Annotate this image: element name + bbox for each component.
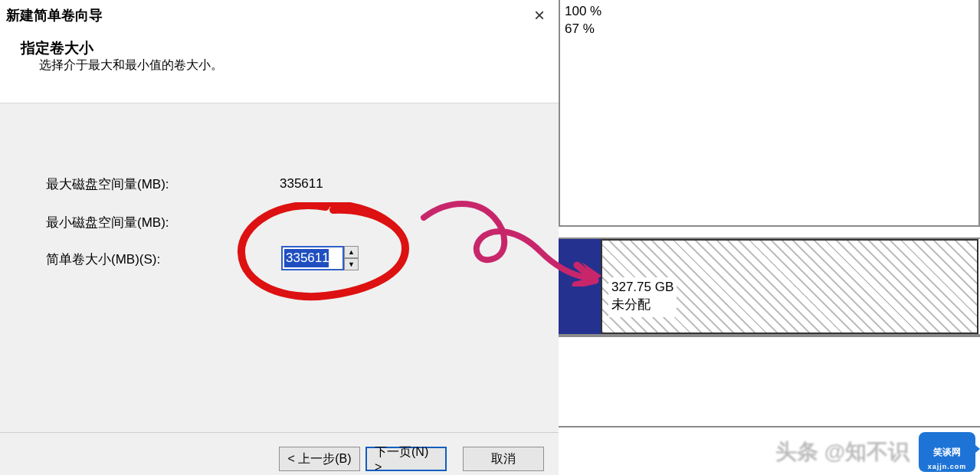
watermark-text: 头条 @知不识 — [775, 437, 910, 467]
disk-partition-label: 327.75 GB 未分配 — [608, 277, 677, 317]
wizard-header: 新建简单卷向导 × 指定卷大小 选择介于最大和最小值的卷大小。 — [0, 0, 559, 103]
next-button-label: 下一页(N) > — [375, 444, 438, 474]
disk-management-lower-row — [559, 336, 980, 428]
spin-down-button[interactable]: ▼ — [344, 258, 359, 270]
back-button-label: < 上一步(B) — [287, 451, 351, 467]
disk-management-panel: 100 % 67 % 327.75 GB 未分配 — [559, 0, 980, 475]
chevron-down-icon: ▼ — [348, 261, 355, 268]
partition-status: 未分配 — [611, 296, 674, 314]
wizard-subtitle: 指定卷大小 — [21, 38, 93, 58]
disk-management-upper-pane: 100 % 67 % — [559, 0, 980, 227]
partition-size: 327.75 GB — [611, 279, 674, 296]
disk-header-slot — [559, 239, 601, 334]
label-simple-volume-size: 简单卷大小(MB)(S): — [46, 251, 280, 268]
watermark-logo: 笑谈网 xajjn.com — [919, 432, 975, 472]
wizard-subdescription: 选择介于最大和最小值的卷大小。 — [39, 57, 223, 74]
label-min-disk-space: 最小磁盘空间量(MB): — [46, 214, 280, 231]
watermark-logo-main: 笑谈网 — [933, 446, 961, 459]
cancel-button-label: 取消 — [491, 451, 516, 467]
percent-line-1: 100 % — [565, 4, 601, 19]
percent-line-2: 67 % — [565, 21, 595, 37]
wizard-footer: < 上一步(B) 下一页(N) > 取消 ➤ — [0, 432, 559, 475]
wizard-body: 最大磁盘空间量(MB): 335611 最小磁盘空间量(MB): 简单卷大小(M… — [0, 103, 559, 432]
disk-row: 327.75 GB 未分配 — [559, 238, 980, 336]
watermark: 头条 @知不识 笑谈网 xajjn.com — [775, 432, 975, 472]
new-simple-volume-wizard-dialog: 新建简单卷向导 × 指定卷大小 选择介于最大和最小值的卷大小。 最大磁盘空间量(… — [0, 0, 559, 475]
next-button[interactable]: 下一页(N) > — [365, 447, 447, 471]
wizard-title: 新建简单卷向导 — [6, 6, 103, 25]
label-max-disk-space: 最大磁盘空间量(MB): — [46, 175, 280, 193]
value-max-disk-space: 335611 — [280, 176, 323, 192]
selected-input-text-overlay: 335611 — [284, 249, 329, 267]
back-button[interactable]: < 上一步(B) — [279, 447, 360, 471]
chevron-up-icon: ▲ — [348, 249, 355, 256]
spin-up-button[interactable]: ▲ — [344, 246, 359, 258]
watermark-logo-sub: xajjn.com — [919, 463, 975, 470]
disk-partition-unallocated[interactable]: 327.75 GB 未分配 — [601, 239, 978, 334]
cancel-button[interactable]: 取消 — [463, 447, 544, 471]
close-icon[interactable]: × — [528, 5, 551, 26]
